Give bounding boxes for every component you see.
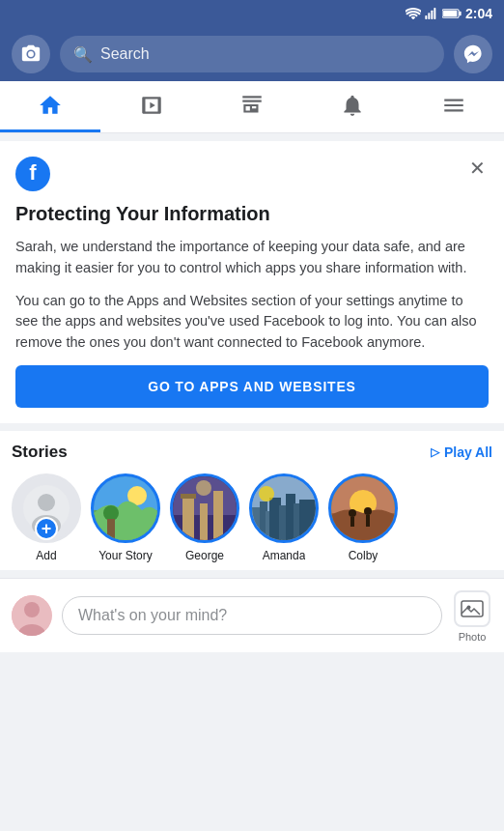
story-name-add: Add xyxy=(36,549,56,562)
go-to-apps-button[interactable]: GO TO APPS AND WEBSITES xyxy=(15,365,489,408)
your-story-image xyxy=(94,476,157,540)
nav-bar xyxy=(0,81,504,133)
svg-rect-5 xyxy=(459,12,461,15)
svg-point-36 xyxy=(349,509,356,517)
status-icons: 2:04 xyxy=(406,6,492,21)
composer-input[interactable]: What's on your mind? xyxy=(62,596,442,635)
photo-area: Photo xyxy=(452,588,492,643)
svg-point-8 xyxy=(38,494,55,511)
search-icon: 🔍 xyxy=(73,45,93,64)
nav-item-watch[interactable] xyxy=(100,81,201,132)
colby-image xyxy=(331,476,395,540)
messenger-icon xyxy=(462,43,484,65)
info-card-body1: Sarah, we understand the importance of k… xyxy=(15,237,489,279)
svg-point-13 xyxy=(103,505,119,521)
svg-rect-37 xyxy=(350,517,354,527)
stories-section: Stories ▷ Play All + Add xyxy=(0,431,504,570)
info-card-body2: You can go to the Apps and Websites sect… xyxy=(15,291,489,354)
status-bar: 2:04 xyxy=(0,0,504,27)
svg-point-38 xyxy=(364,507,372,515)
photo-button-inner xyxy=(454,590,490,627)
story-item-amanda[interactable]: Amanda xyxy=(249,473,319,562)
svg-point-20 xyxy=(196,480,211,496)
stories-row: + Add Your St xyxy=(12,473,492,562)
add-plus-badge: + xyxy=(35,517,58,540)
amanda-avatar xyxy=(249,473,319,543)
add-story-avatar: + xyxy=(12,473,81,543)
watch-icon xyxy=(139,93,164,118)
story-name-your-story: Your Story xyxy=(98,549,153,562)
svg-rect-21 xyxy=(213,491,223,540)
story-item-your-story[interactable]: Your Story xyxy=(91,473,160,562)
notifications-icon xyxy=(340,93,365,118)
info-card-header: f xyxy=(15,157,489,191)
info-card-title: Protecting Your Information xyxy=(15,203,489,225)
play-icon: ▷ xyxy=(431,445,439,459)
camera-button[interactable] xyxy=(12,35,50,73)
close-button[interactable]: ✕ xyxy=(463,155,490,182)
svg-rect-3 xyxy=(434,8,435,19)
info-card: f ✕ Protecting Your Information Sarah, w… xyxy=(0,141,504,423)
facebook-f-letter: f xyxy=(29,162,36,184)
post-composer: What's on your mind? Photo xyxy=(0,578,504,652)
amanda-image xyxy=(252,476,316,540)
svg-rect-14 xyxy=(107,519,115,540)
story-name-george: George xyxy=(185,549,224,562)
header: 🔍 Search xyxy=(0,27,504,81)
composer-avatar-image xyxy=(12,595,52,636)
svg-rect-19 xyxy=(200,503,208,540)
george-image xyxy=(173,476,237,540)
nav-item-notifications[interactable] xyxy=(302,81,403,132)
story-item-colby[interactable]: Colby xyxy=(328,473,398,562)
stories-title: Stories xyxy=(12,443,68,462)
photo-icon xyxy=(461,597,484,620)
colby-avatar-wrap xyxy=(328,473,398,543)
story-name-amanda: Amanda xyxy=(263,549,306,562)
battery-icon xyxy=(442,8,462,19)
svg-rect-39 xyxy=(366,515,370,527)
marketplace-icon xyxy=(239,93,265,118)
menu-icon xyxy=(441,93,466,118)
photo-label: Photo xyxy=(459,631,487,643)
svg-rect-0 xyxy=(425,15,427,19)
svg-rect-31 xyxy=(299,500,316,540)
your-story-avatar-wrap xyxy=(91,473,160,543)
colby-avatar xyxy=(328,473,398,543)
george-avatar xyxy=(170,473,239,543)
composer-placeholder: What's on your mind? xyxy=(78,607,227,624)
your-story-avatar xyxy=(91,473,160,543)
facebook-logo: f xyxy=(15,157,50,191)
story-item-add[interactable]: + Add xyxy=(12,473,81,562)
svg-rect-6 xyxy=(443,11,457,16)
george-avatar-wrap xyxy=(170,473,239,543)
composer-avatar xyxy=(12,595,52,636)
search-bar-text: Search xyxy=(100,45,150,63)
svg-rect-1 xyxy=(428,13,430,19)
add-story-avatar-wrap: + xyxy=(12,473,81,543)
play-all-label: Play All xyxy=(444,444,492,460)
status-time: 2:04 xyxy=(465,6,492,21)
nav-item-marketplace[interactable] xyxy=(202,81,302,132)
story-item-george[interactable]: George xyxy=(170,473,239,562)
nav-item-home[interactable] xyxy=(0,81,100,132)
stories-header: Stories ▷ Play All xyxy=(12,443,492,462)
wifi-icon xyxy=(406,8,421,19)
story-name-colby: Colby xyxy=(349,549,378,562)
messenger-button[interactable] xyxy=(454,35,492,73)
nav-item-menu[interactable] xyxy=(404,81,504,132)
signal-icon xyxy=(425,8,438,19)
svg-rect-18 xyxy=(181,494,196,499)
play-all-button[interactable]: ▷ Play All xyxy=(431,444,492,460)
svg-rect-17 xyxy=(182,496,194,540)
svg-point-41 xyxy=(24,602,40,617)
svg-rect-2 xyxy=(431,11,433,19)
camera-icon xyxy=(20,43,42,65)
photo-button[interactable] xyxy=(452,588,492,629)
amanda-avatar-wrap xyxy=(249,473,319,543)
home-icon xyxy=(38,93,63,118)
svg-point-32 xyxy=(259,486,274,501)
search-bar[interactable]: 🔍 Search xyxy=(60,36,444,72)
